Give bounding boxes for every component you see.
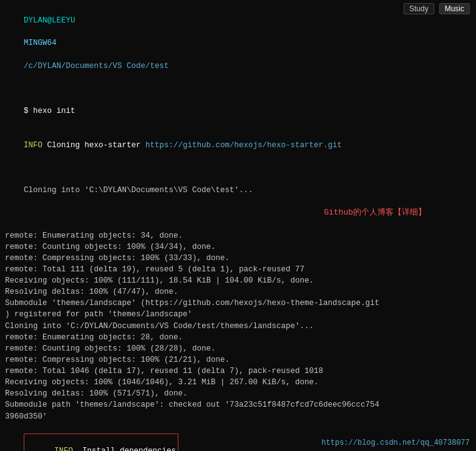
bottom-link: https://blog.csdn.net/qq_40738077 (321, 439, 470, 447)
command-line: $ hexo init (5, 94, 471, 128)
remote-count: remote: Counting objects: 100% (34/34), … (5, 241, 471, 253)
submodule-checkout-1: Submodule path 'themes/landscape': check… (5, 399, 471, 410)
prompt-path: /c/DYLAN/Documents/VS Code/test (24, 62, 169, 70)
study-button[interactable]: Study (404, 3, 434, 14)
submodule-checkout-2: 3960d350' (5, 411, 471, 422)
info-line-1: INFO Cloning hexo-starter https://github… (5, 128, 471, 173)
remote-total-2: remote: Total 1046 (delta 17), reused 11… (5, 366, 471, 377)
submodule-line-2: ) registered for path 'themes/landscape' (5, 309, 471, 320)
receiving-objects-2: Receiving objects: 100% (1046/1046), 3.2… (5, 377, 471, 388)
resolving-deltas-2: Resolving deltas: 100% (571/571), done. (5, 388, 471, 399)
remote-enum-2: remote: Enumerating objects: 28, done. (5, 332, 471, 343)
resolving-deltas-1: Resolving deltas: 100% (47/47), done. (5, 286, 471, 298)
receiving-objects: Receiving objects: 100% (111/111), 18.54… (5, 275, 471, 286)
music-button[interactable]: Music (439, 3, 470, 14)
prompt-line: DYLAN@LEEYU MINGW64 /c/DYLAN/Documents/V… (5, 4, 471, 94)
remote-total: remote: Total 111 (delta 19), reused 5 (… (5, 264, 471, 275)
submodule-line-1: Submodule 'themes/landscape' (https://gi… (5, 298, 471, 309)
remote-enum: remote: Enumerating objects: 34, done. (5, 230, 471, 241)
remote-compress-2: remote: Compressing objects: 100% (21/21… (5, 354, 471, 366)
clone-into-line: Cloning into 'C:\DYLAN\Documents\VS Code… (5, 173, 471, 230)
prompt-user: DYLAN@LEEYU (24, 16, 75, 25)
remote-count-2: remote: Counting objects: 100% (28/28), … (5, 343, 471, 354)
terminal-window: DYLAN@LEEYU MINGW64 /c/DYLAN/Documents/V… (0, 0, 476, 451)
clone-landscape: Cloning into 'C:/DYLAN/Documents/VS Code… (5, 321, 471, 332)
prompt-shell: MINGW64 (24, 39, 57, 47)
remote-compress: remote: Compressing objects: 100% (33/33… (5, 253, 471, 264)
